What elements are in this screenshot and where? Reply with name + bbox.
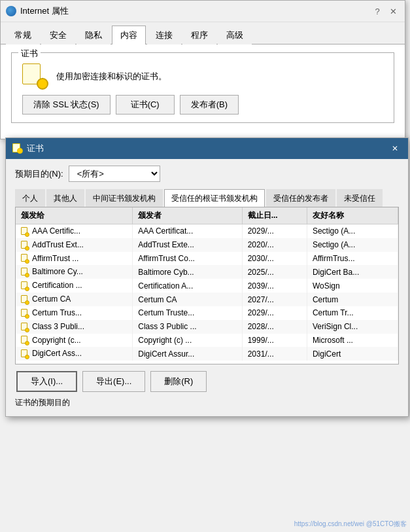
issued-to-col[interactable]: 颁发给 [16, 207, 133, 224]
tab-personal[interactable]: 个人 [15, 189, 45, 207]
cert-row-icon [21, 309, 30, 318]
tab-advanced[interactable]: 高级 [218, 26, 252, 44]
tab-content[interactable]: 内容 [112, 26, 146, 44]
expiry-cell: 2020/... [242, 238, 307, 252]
export-btn[interactable]: 导出(E)... [82, 371, 145, 392]
ie-title-controls: ? ✕ [371, 5, 400, 18]
cert-table-wrapper: 颁发给 颁发者 截止日... 友好名称 AAA Certific... AAA … [15, 207, 399, 364]
issued-to-cell: Class 3 Publi... [16, 320, 133, 334]
cert-purpose-row: 预期目的(N): <所有> [15, 166, 399, 182]
issued-by-cell: Certification A... [133, 279, 242, 293]
cert-window-icon [12, 143, 23, 154]
clear-ssl-btn[interactable]: 清除 SSL 状态(S) [22, 95, 111, 115]
cert-window: 证书 ✕ 预期目的(N): <所有> 个人 其他人 中间证书颁发机构 受信任的根… [5, 137, 409, 417]
expiry-cell: 2027/... [242, 293, 307, 306]
friendly-name-cell: VeriSign Cl... [307, 320, 398, 334]
cert-title-badge [17, 148, 23, 154]
cert-row-icon [21, 336, 30, 345]
tab-general[interactable]: 常规 [6, 26, 40, 44]
expiry-cell: 2028/... [242, 320, 307, 334]
close-button[interactable]: ✕ [386, 5, 400, 18]
table-row[interactable]: Baltimore Cy... Baltimore Cyb... 2025/..… [16, 265, 398, 279]
friendly-name-cell: DigiCert Ba... [307, 265, 398, 279]
table-row[interactable]: Certum Trus... Certum Truste... 2029/...… [16, 306, 398, 320]
issued-by-cell: AAA Certificat... [133, 224, 242, 238]
cert-desc-row: 使用加密连接和标识的证书。 [22, 61, 383, 90]
delete-btn[interactable]: 删除(R) [150, 371, 207, 392]
issued-to-cell: AAA Certific... [16, 224, 133, 238]
issued-by-col[interactable]: 颁发者 [133, 207, 242, 224]
tab-intermediate-ca[interactable]: 中间证书颁发机构 [86, 189, 163, 207]
tab-untrusted[interactable]: 未受信任 [337, 189, 383, 207]
table-row[interactable]: AddTrust Ext... AddTrust Exte... 2020/..… [16, 238, 398, 252]
cert-inner: 预期目的(N): <所有> 个人 其他人 中间证书颁发机构 受信任的根证书颁发机… [6, 159, 408, 416]
cert-row-icon [21, 227, 30, 236]
issued-to-cell: Certum CA [16, 293, 133, 306]
cert-row-icon [21, 241, 30, 250]
tab-trusted-publishers[interactable]: 受信任的发布者 [266, 189, 335, 207]
ie-properties-window: Internet 属性 ? ✕ 常规 安全 隐私 内容 连接 程序 高级 证书 … [0, 0, 405, 139]
publisher-btn[interactable]: 发布者(B) [180, 95, 239, 115]
issued-to-cell: Copyright (c... [16, 334, 133, 347]
issued-to-cell: Baltimore Cy... [16, 265, 133, 279]
cert-description: 使用加密连接和标识的证书。 [56, 71, 167, 82]
table-row[interactable]: Copyright (c... Copyright (c) ... 1999/.… [16, 334, 398, 347]
cert-row-icon [21, 349, 30, 359]
table-row[interactable]: DigiCert Ass... DigiCert Assur... 2031/.… [16, 347, 398, 361]
import-btn[interactable]: 导入(I)... [16, 371, 77, 392]
table-row[interactable]: AAA Certific... AAA Certificat... 2029/.… [16, 224, 398, 238]
expiry-cell: 2030/... [242, 252, 307, 266]
ie-content: 证书 使用加密连接和标识的证书。 清除 SSL 状态(S) 证书(C) 发布者(… [1, 44, 405, 139]
friendly-name-cell: Sectigo (A... [307, 224, 398, 238]
cert-buttons-row: 清除 SSL 状态(S) 证书(C) 发布者(B) [22, 95, 383, 115]
cert-title-left: 证书 [12, 143, 44, 154]
cert-row-icon [21, 323, 30, 332]
cert-badge-icon [37, 78, 48, 90]
tab-programs[interactable]: 程序 [182, 26, 216, 44]
ie-tabs: 常规 安全 隐私 内容 连接 程序 高级 [1, 22, 405, 44]
tab-privacy[interactable]: 隐私 [77, 26, 111, 44]
issued-by-cell: Certum CA [133, 293, 242, 306]
expiry-cell: 2039/... [242, 279, 307, 293]
help-button[interactable]: ? [371, 5, 384, 18]
cert-title-bar: 证书 ✕ [6, 138, 408, 159]
cert-btn[interactable]: 证书(C) [116, 95, 175, 115]
issued-to-cell: Certification ... [16, 279, 133, 293]
cert-table: 颁发给 颁发者 截止日... 友好名称 AAA Certific... AAA … [16, 207, 398, 361]
cert-action-row: 导入(I)... 导出(E)... 删除(R) [15, 371, 399, 392]
expiry-cell: 2029/... [242, 306, 307, 320]
issued-by-cell: DigiCert Assur... [133, 347, 242, 361]
cert-purpose-desc: 证书的预期目的 [15, 397, 399, 408]
issued-to-cell: DigiCert Ass... [16, 347, 133, 361]
issued-by-cell: Baltimore Cyb... [133, 265, 242, 279]
cert-close-btn[interactable]: ✕ [388, 142, 401, 155]
expiry-cell: 2025/... [242, 265, 307, 279]
friendly-name-col[interactable]: 友好名称 [307, 207, 398, 224]
friendly-name-cell: DigiCert [307, 347, 398, 361]
issued-by-cell: Class 3 Public ... [133, 320, 242, 334]
issued-by-cell: Copyright (c) ... [133, 334, 242, 347]
ie-icon [6, 6, 16, 16]
friendly-name-cell: Sectigo (A... [307, 238, 398, 252]
table-row[interactable]: Certification ... Certification A... 203… [16, 279, 398, 293]
tab-security[interactable]: 安全 [41, 26, 75, 44]
table-row[interactable]: Certum CA Certum CA 2027/... Certum [16, 293, 398, 306]
cert-title-controls: ✕ [388, 142, 401, 155]
tab-others[interactable]: 其他人 [46, 189, 84, 207]
ie-title-left: Internet 属性 [6, 5, 69, 17]
cert-row-icon [21, 254, 30, 263]
tab-connection[interactable]: 连接 [147, 26, 181, 44]
issued-to-cell: AddTrust Ext... [16, 238, 133, 252]
cert-section: 证书 使用加密连接和标识的证书。 清除 SSL 状态(S) 证书(C) 发布者(… [11, 52, 394, 123]
tab-trusted-root-ca[interactable]: 受信任的根证书颁发机构 [164, 189, 265, 207]
cert-row-icon [21, 268, 30, 277]
table-row[interactable]: Class 3 Publi... Class 3 Public ... 2028… [16, 320, 398, 334]
watermark: https://blog.csdn.net/wei @51CTO搬客 [294, 520, 407, 529]
friendly-name-cell: Certum [307, 293, 398, 306]
issued-by-cell: AffirmTrust Co... [133, 252, 242, 266]
cert-purpose-select[interactable]: <所有> [69, 166, 160, 182]
cert-tabs: 个人 其他人 中间证书颁发机构 受信任的根证书颁发机构 受信任的发布者 未受信任 [15, 188, 399, 207]
expiry-col[interactable]: 截止日... [242, 207, 307, 224]
table-row[interactable]: AffirmTrust ... AffirmTrust Co... 2030/.… [16, 252, 398, 266]
ie-title-bar: Internet 属性 ? ✕ [1, 1, 405, 22]
